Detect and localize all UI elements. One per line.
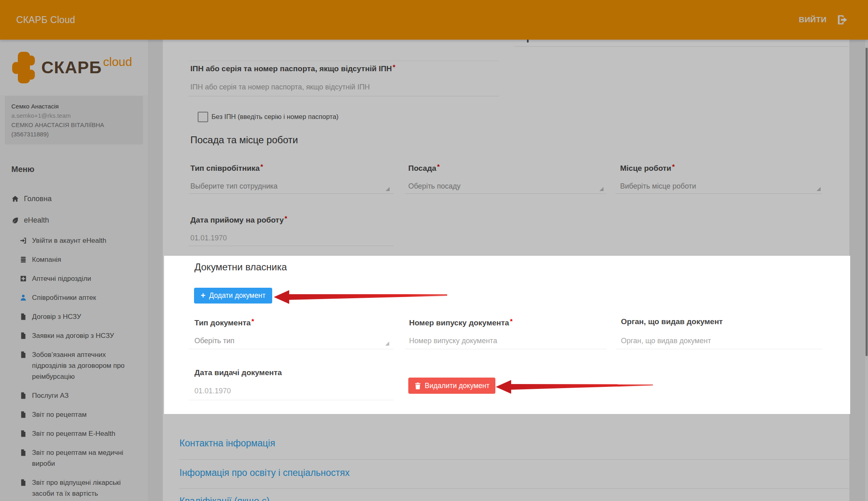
trash-icon xyxy=(414,382,421,390)
doc-number-label: Номер випуску документа* xyxy=(409,316,513,328)
doc-type-select[interactable]: Оберіть тип xyxy=(194,337,235,345)
owner-documents-section: Докуметни власника + Додати документ Тип… xyxy=(164,256,850,414)
doc-number-underline xyxy=(405,349,606,349)
delete-document-button[interactable]: Видалити документ xyxy=(408,378,495,394)
doc-number-label-text: Номер випуску документа xyxy=(409,318,509,327)
doc-number-input[interactable]: Номер випуску документа xyxy=(409,337,497,345)
doc-type-label: Тип документа* xyxy=(194,316,254,328)
select-dropdown-indicator xyxy=(385,342,389,346)
doc-issuer-label-text: Орган, що видав документ xyxy=(621,317,723,326)
doc-date-input[interactable]: 01.01.1970 xyxy=(194,387,231,395)
documents-section-title: Докуметни власника xyxy=(194,261,287,273)
add-document-button[interactable]: + Додати документ xyxy=(194,288,272,304)
doc-type-underline xyxy=(189,349,394,349)
doc-issuer-label: Орган, що видав документ xyxy=(621,316,723,327)
doc-issuer-input[interactable]: Орган, що видав документ xyxy=(621,337,711,345)
tour-dim-overlay xyxy=(0,0,868,501)
doc-issuer-underline xyxy=(616,349,822,349)
app-screen: СКАРБ Cloud ВИЙТИ СКАРБ cloud Семко Анас… xyxy=(0,0,868,501)
doc-date-underline xyxy=(189,400,394,400)
doc-date-label-text: Дата видачі документа xyxy=(194,368,282,377)
required-asterisk: * xyxy=(510,318,513,325)
delete-document-button-label: Видалити документ xyxy=(425,382,490,390)
add-document-button-label: Додати документ xyxy=(209,291,265,300)
plus-icon: + xyxy=(200,291,205,299)
required-asterisk: * xyxy=(252,318,254,325)
doc-type-label-text: Тип документа xyxy=(194,318,251,327)
doc-date-label: Дата видачі документа xyxy=(194,367,282,378)
